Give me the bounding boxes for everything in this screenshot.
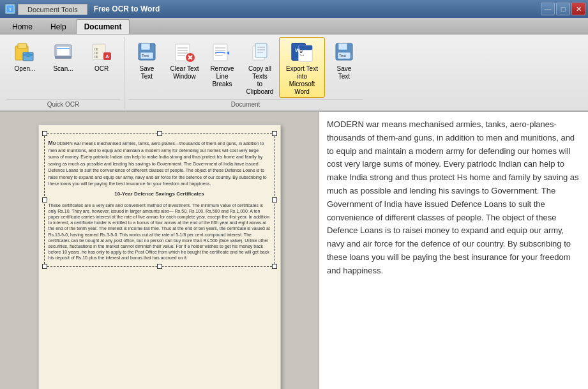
svg-rect-8 xyxy=(57,48,70,49)
document-group: Text SaveText xyxy=(124,37,366,109)
scan-icon xyxy=(52,40,75,63)
handle-mr[interactable] xyxy=(272,197,277,202)
copy-all-button[interactable]: Copy all Textsto Clipboard xyxy=(241,37,278,98)
handle-tm[interactable] xyxy=(157,131,162,136)
app-icon: T xyxy=(5,4,15,14)
minimize-button[interactable]: — xyxy=(541,3,555,15)
quick-ocr-group: Open... Scan... xyxy=(3,37,124,109)
svg-rect-7 xyxy=(55,56,72,59)
export-word-label: Export Text intoMicrosoft Word xyxy=(281,65,323,96)
document-buttons: Text SaveText xyxy=(128,37,363,98)
maximize-button[interactable]: □ xyxy=(556,3,570,15)
document-group-label: Document xyxy=(128,99,363,108)
window-controls: — □ ✕ xyxy=(541,3,585,15)
tab-home[interactable]: Home xyxy=(4,19,41,34)
document-tools-label: Document Tools xyxy=(18,4,87,15)
copy-all-label: Copy all Textsto Clipboard xyxy=(243,65,276,96)
close-button[interactable]: ✕ xyxy=(571,3,585,15)
open-icon xyxy=(13,40,36,63)
document-page: MMODERN war means mechanised armies, tan… xyxy=(38,125,281,389)
export-word-button[interactable]: W W Text Export Text intoMicrosoft Word xyxy=(279,37,325,98)
tab-document[interactable]: Document xyxy=(76,19,130,34)
open-button[interactable]: Open... xyxy=(6,37,43,80)
svg-text:Text: Text xyxy=(339,54,346,57)
svg-text:W: W xyxy=(299,50,303,54)
copy-all-icon xyxy=(248,40,271,63)
svg-text:W: W xyxy=(295,47,300,53)
svg-rect-38 xyxy=(299,45,313,50)
svg-rect-3 xyxy=(18,43,27,49)
clear-text-label: Clear TextWindow xyxy=(170,65,199,80)
handle-ml[interactable] xyxy=(42,197,47,202)
save-text2-label: SaveText xyxy=(337,65,352,80)
handle-br[interactable] xyxy=(272,264,277,269)
scan-button[interactable]: Scan... xyxy=(45,37,82,80)
remove-breaks-icon xyxy=(211,40,234,63)
ribbon-tabs: Home Help Document xyxy=(0,18,588,34)
main-content: MMODERN war means mechanised armies, tan… xyxy=(0,112,588,389)
ocr-label: OCR xyxy=(94,65,109,73)
svg-text:Text: Text xyxy=(142,54,149,57)
remove-breaks-label: Remove LineBreaks xyxy=(206,65,239,88)
svg-text:T: T xyxy=(9,6,12,12)
remove-breaks-button[interactable]: Remove LineBreaks xyxy=(204,37,241,90)
handle-bm[interactable] xyxy=(157,264,162,269)
clear-text-icon xyxy=(173,40,196,63)
svg-text:IIII: IIII xyxy=(94,55,98,59)
save-text-icon: Text xyxy=(135,40,158,63)
save-text2-icon: Text xyxy=(333,40,356,63)
open-label: Open... xyxy=(15,65,36,73)
handle-bl[interactable] xyxy=(42,264,47,269)
save-text-button[interactable]: Text SaveText xyxy=(128,37,165,82)
save-text2-button[interactable]: Text SaveText xyxy=(326,37,363,82)
quick-ocr-buttons: Open... Scan... xyxy=(6,37,120,98)
ocr-icon: IIII IIII IIII A xyxy=(90,40,113,63)
handle-tl[interactable] xyxy=(42,131,47,136)
svg-text:A: A xyxy=(105,54,109,59)
save-text-label: SaveText xyxy=(140,65,155,80)
extracted-text-panel[interactable]: MODERN war means mechanised armies, tank… xyxy=(319,112,588,389)
ribbon-toolbar: Open... Scan... xyxy=(0,34,588,112)
extracted-text: MODERN war means mechanised armies, tank… xyxy=(327,118,580,278)
clear-text-button[interactable]: Clear TextWindow xyxy=(166,37,203,82)
title-bar: T Document Tools Free OCR to Word — □ ✕ xyxy=(0,0,588,18)
tab-help[interactable]: Help xyxy=(42,19,75,34)
selection-box xyxy=(44,133,275,267)
document-image-panel[interactable]: MMODERN war means mechanised armies, tan… xyxy=(0,112,319,389)
svg-rect-16 xyxy=(141,43,150,50)
export-word-icon: W W Text xyxy=(290,40,313,63)
svg-rect-32 xyxy=(255,43,267,57)
svg-rect-43 xyxy=(338,43,347,50)
ocr-button[interactable]: IIII IIII IIII A OCR xyxy=(83,37,120,80)
svg-text:Text: Text xyxy=(299,54,304,57)
quick-ocr-label: Quick OCR xyxy=(6,99,120,108)
scan-label: Scan... xyxy=(53,65,73,73)
handle-tr[interactable] xyxy=(272,131,277,136)
window-title: Free OCR to Word xyxy=(94,4,160,13)
